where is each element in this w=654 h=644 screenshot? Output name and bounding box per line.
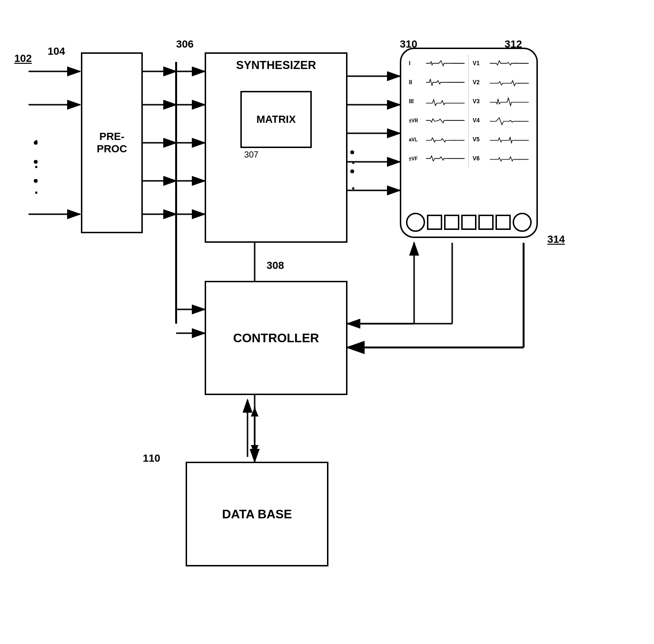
label-102: 102 xyxy=(14,52,32,65)
input-dots: ··· xyxy=(34,129,38,206)
controller-block: CONTROLLER xyxy=(205,281,347,395)
database-block: DATA BASE xyxy=(186,462,328,566)
label-110: 110 xyxy=(143,452,160,465)
label-306: 306 xyxy=(176,38,194,50)
monitor-btn-2[interactable] xyxy=(444,215,459,230)
monitor-display: I II xyxy=(400,48,538,238)
label-104: 104 xyxy=(48,45,65,58)
monitor-btn-4[interactable] xyxy=(478,215,494,230)
label-308: 308 xyxy=(267,259,284,272)
monitor-knob-left[interactable] xyxy=(406,213,425,232)
diagram-container: 102 104 PRE- PROC 306 SYNTHESIZER MATRIX… xyxy=(0,0,654,644)
monitor-btn-1[interactable] xyxy=(427,215,442,230)
preproc-block: PRE- PROC xyxy=(81,52,143,233)
label-314: 314 xyxy=(547,233,565,246)
monitor-btn-3[interactable] xyxy=(461,215,476,230)
monitor-knob-right[interactable] xyxy=(513,213,532,232)
synthesizer-block: SYNTHESIZER MATRIX 307 xyxy=(205,52,347,243)
monitor-btn-5[interactable] xyxy=(495,215,511,230)
svg-marker-43 xyxy=(251,407,258,416)
output-dots: ·· xyxy=(351,150,355,201)
svg-marker-44 xyxy=(251,445,258,455)
